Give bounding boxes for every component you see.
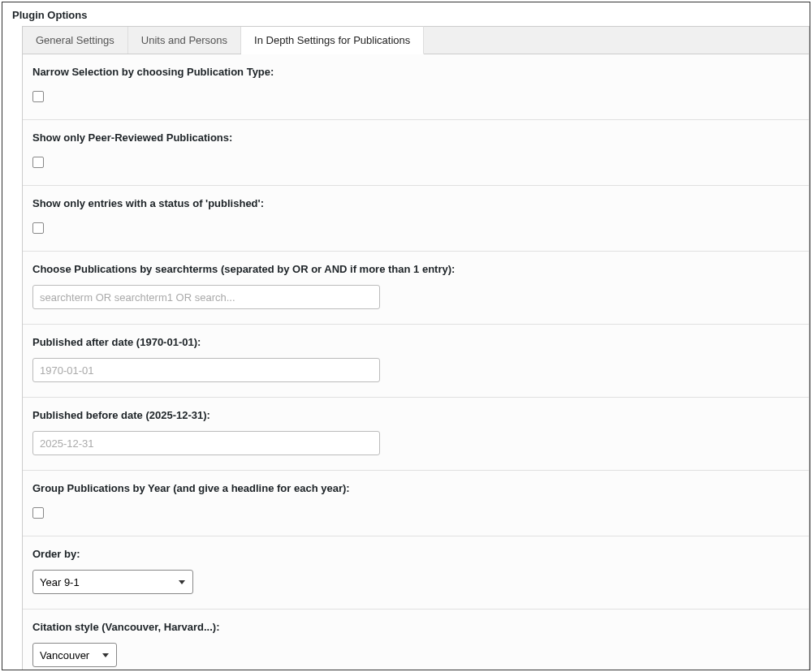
- field-after-date: Published after date (1970-01-01):: [23, 325, 809, 398]
- field-label: Published after date (1970-01-01):: [32, 336, 799, 348]
- searchterms-input[interactable]: [32, 285, 380, 309]
- panel-title: Plugin Options: [2, 2, 810, 26]
- citation-select-wrap: Vancouver: [32, 643, 117, 667]
- tabs-container: General Settings Units and Persons In De…: [22, 26, 810, 54]
- field-group-by-year: Group Publications by Year (and give a h…: [23, 471, 809, 536]
- field-order-by: Order by: Year 9-1: [23, 536, 809, 610]
- order-by-select-wrap: Year 9-1: [32, 570, 193, 594]
- field-label: Show only entries with a status of 'publ…: [32, 197, 799, 209]
- field-label: Group Publications by Year (and give a h…: [32, 482, 799, 494]
- tab-in-depth-settings[interactable]: In Depth Settings for Publications: [241, 26, 424, 54]
- published-status-checkbox[interactable]: [32, 222, 44, 234]
- field-label: Order by:: [32, 548, 799, 560]
- tab-content: Narrow Selection by choosing Publication…: [22, 54, 810, 670]
- tab-general-settings[interactable]: General Settings: [23, 27, 128, 54]
- field-published-status: Show only entries with a status of 'publ…: [23, 186, 809, 252]
- order-by-select[interactable]: Year 9-1: [32, 570, 193, 594]
- tabs-filler: [424, 27, 809, 54]
- group-by-year-checkbox[interactable]: [32, 507, 44, 519]
- field-label: Choose Publications by searchterms (sepa…: [32, 263, 799, 275]
- after-date-input[interactable]: [32, 358, 380, 382]
- citation-style-select[interactable]: Vancouver: [32, 643, 117, 667]
- tab-units-persons[interactable]: Units and Persons: [128, 27, 241, 54]
- field-label: Show only Peer-Reviewed Publications:: [32, 131, 799, 144]
- narrow-selection-checkbox[interactable]: [32, 91, 44, 102]
- before-date-input[interactable]: [32, 431, 380, 455]
- field-searchterms: Choose Publications by searchterms (sepa…: [23, 252, 809, 325]
- field-peer-reviewed: Show only Peer-Reviewed Publications:: [23, 120, 809, 186]
- field-citation-style: Citation style (Vancouver, Harvard...): …: [23, 610, 809, 670]
- field-label: Citation style (Vancouver, Harvard...):: [32, 621, 799, 633]
- field-label: Published before date (2025-12-31):: [32, 409, 799, 421]
- plugin-options-panel: Plugin Options General Settings Units an…: [2, 2, 810, 670]
- peer-reviewed-checkbox[interactable]: [32, 157, 44, 168]
- field-before-date: Published before date (2025-12-31):: [23, 398, 809, 471]
- tabs-bar: General Settings Units and Persons In De…: [22, 26, 810, 54]
- field-label: Narrow Selection by choosing Publication…: [32, 66, 799, 78]
- field-narrow-selection: Narrow Selection by choosing Publication…: [23, 54, 809, 120]
